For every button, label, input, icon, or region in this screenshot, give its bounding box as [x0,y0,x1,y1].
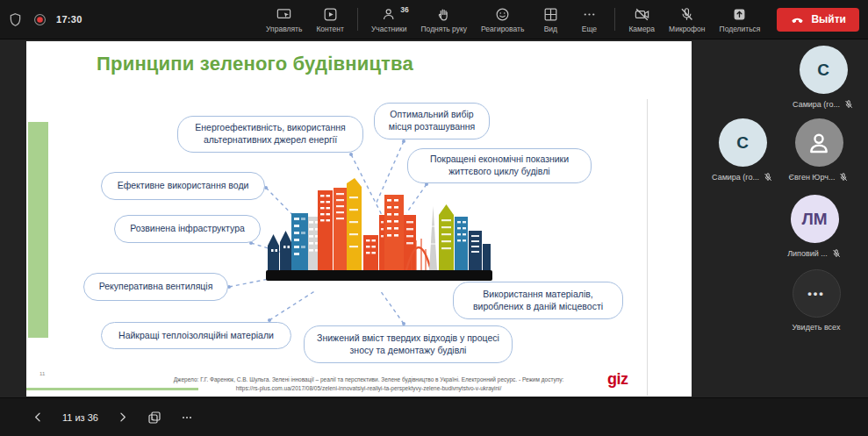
participants-count-badge: 36 [400,5,408,14]
principle-bubble-infrastructure: Розвинена інфраструктура [114,215,261,243]
avatar: С [719,118,767,167]
avatar-initials: С [736,133,749,153]
more-button[interactable]: Еще [572,4,606,35]
leave-button[interactable]: Выйти [777,8,859,32]
mic-muted-icon [763,172,773,182]
avatar-initials: ЛМ [801,210,827,229]
react-label: Реагировать [481,25,524,33]
slide-grid-view-button[interactable] [147,410,162,425]
view-grid-icon [542,6,559,23]
previous-slide-button[interactable] [32,411,45,424]
camera-off-icon [634,6,650,23]
share-tray-icon [731,6,748,23]
avatar [795,118,843,167]
principle-bubble-energy-efficiency: Енергоефективність, використання альтерн… [177,116,363,153]
participant-name: Самира (го... [712,173,759,182]
participants-button[interactable]: 36 Участники [367,4,412,35]
content-label: Контент [316,25,344,33]
person-silhouette-icon [805,129,833,157]
microphone-label: Микрофон [669,25,705,33]
slide-page-indicator: 11 из 36 [62,412,98,423]
meeting-toolbar: 17:30 Управлять Контент 36 [0,0,868,39]
shield-icon [7,11,24,28]
avatar-initials: ••• [807,287,825,300]
bottombar-more-button[interactable] [180,411,194,425]
raise-hand-icon [435,6,452,23]
see-all-label: Увидеть всех [793,323,841,332]
overflow-dots-icon: ••• [793,269,841,318]
camera-label: Камера [628,25,655,33]
avatar: С [800,46,848,94]
principle-bubble-economic-indicators: Покращені економічні показники життєвого… [407,148,592,183]
view-label: Вид [544,25,557,33]
toolbar-divider [614,8,615,31]
principle-bubble-water-use: Ефективне використання води [101,172,265,200]
participant-tile-samira-1[interactable]: С Самира (го... [783,46,864,110]
participant-name: Липовий ... [787,249,828,258]
manage-button[interactable]: Управлять [262,4,306,35]
view-button[interactable]: Вид [534,4,567,35]
react-smiley-icon [494,6,511,23]
microphone-button[interactable]: Микрофон [664,4,709,35]
chevron-left-icon [32,411,45,424]
principle-bubble-insulation-materials: Найкращі теплоізоляційні матеріали [101,322,291,349]
more-dots-icon [180,411,194,425]
share-label: Поделиться [720,25,761,33]
mic-muted-icon [843,99,854,110]
participant-name: Євген Юрч... [789,173,836,182]
more-label: Еще [582,25,597,33]
principle-bubble-ventilation: Рекуперативна вентиляція [83,273,228,301]
mic-muted-icon [838,172,849,182]
toolbar-actions-group: Управлять Контент 36 Участники [262,4,868,35]
content-share-icon [322,6,339,23]
meeting-window: 17:30 Управлять Контент 36 [0,0,868,436]
manage-label: Управлять [266,25,302,33]
participants-label: Участники [371,25,407,33]
toolbar-status-group: 17:30 [0,11,82,28]
mic-off-icon [678,6,695,23]
presentation-nav-bar: 11 из 36 [0,397,868,436]
participants-icon: 36 [381,6,398,23]
see-all-participants-button[interactable]: ••• Увидеть всех [776,269,857,332]
chevron-right-icon [116,411,129,424]
shared-slide: Принципи зеленого будівництва [26,41,692,397]
raise-hand-button[interactable]: Поднять руку [416,4,471,35]
raise-hand-label: Поднять руку [420,25,467,33]
participant-tile-lypovyi[interactable]: ЛМ Липовий ... [774,195,855,259]
content-button[interactable]: Контент [312,4,348,35]
next-slide-button[interactable] [116,411,129,424]
principle-bubble-optimal-location: Оптимальний вибір місця розташування [374,103,490,139]
mic-muted-icon [831,248,842,259]
avatar: ЛМ [791,195,839,243]
principle-bubble-solid-waste: Знижений вміст твердих відходів у процес… [304,325,513,363]
participant-name: Самира (го... [793,100,840,109]
city-skyline-illustration [266,175,492,282]
slides-grid-icon [147,410,162,425]
participant-tile-samira-2[interactable]: С Самира (го... [702,118,783,182]
principle-bubble-local-materials: Використання матеріалів, вироблених в да… [453,282,623,319]
toolbar-divider [357,8,358,31]
more-dots-icon [581,6,598,23]
react-button[interactable]: Реагировать [477,4,528,35]
avatar-initials: С [817,61,829,80]
phone-hangup-icon [790,12,805,27]
participant-tile-yevhen[interactable]: Євген Юрч... [778,118,859,182]
share-button[interactable]: Поделиться [715,4,765,35]
leave-label: Выйти [811,13,846,25]
meeting-timer: 17:30 [56,14,82,25]
screen-control-icon [276,6,292,23]
camera-button[interactable]: Камера [624,4,659,35]
recording-indicator-icon [32,11,48,28]
